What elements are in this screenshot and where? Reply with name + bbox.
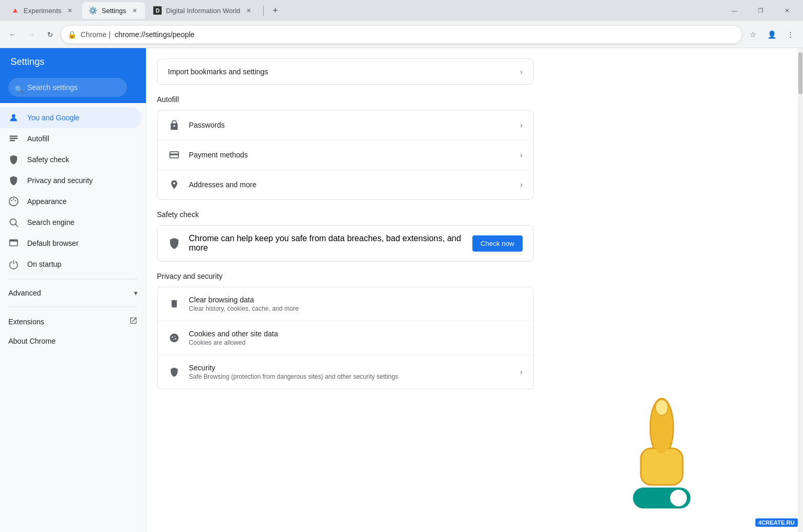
settings-icon: ⚙️: [88, 6, 97, 15]
addresses-item[interactable]: Addresses and more ›: [157, 170, 533, 199]
passwords-item[interactable]: Passwords ›: [157, 110, 533, 140]
payment-methods-text: Payment methods: [189, 151, 512, 159]
experiments-icon: 🔺: [10, 6, 19, 15]
clear-browsing-data-item[interactable]: Clear browsing data Clear history, cooki…: [157, 287, 533, 321]
sidebar-item-safety-check[interactable]: Safety check: [0, 149, 142, 170]
sidebar-about-chrome-label: About Chrome: [8, 337, 55, 345]
security-item[interactable]: Security Safe Browsing (protection from …: [157, 355, 533, 389]
clear-browsing-subtitle: Clear history, cookies, cache, and more: [189, 305, 523, 312]
svg-point-4: [9, 197, 18, 206]
cookies-item[interactable]: Cookies and other site data Cookies are …: [157, 321, 533, 355]
clear-browsing-icon: [168, 298, 180, 310]
refresh-button[interactable]: ↻: [42, 26, 59, 43]
sidebar-item-about-chrome[interactable]: About Chrome: [0, 332, 146, 350]
safety-check-description: Chrome can help keep you safe from data …: [189, 234, 464, 253]
sidebar-item-search-engine[interactable]: Search engine: [0, 212, 142, 233]
sidebar-item-you-and-google[interactable]: You and Google: [0, 107, 142, 128]
main-layout: Settings 🔍 You and Google Autofill: [0, 48, 803, 532]
window-controls: — ❐ ✕: [722, 2, 799, 19]
svg-point-6: [15, 200, 16, 201]
import-bookmarks-text: Import bookmarks and settings: [168, 67, 512, 76]
close-button[interactable]: ✕: [775, 2, 799, 19]
appearance-icon: [8, 196, 19, 207]
svg-point-8: [10, 219, 16, 225]
sidebar-item-search-engine-label: Search engine: [27, 218, 74, 227]
url-bar[interactable]: 🔒 Chrome | chrome://settings/people: [61, 25, 742, 44]
sidebar-item-on-startup[interactable]: On startup: [0, 254, 142, 275]
close-tab-experiments[interactable]: ✕: [65, 6, 74, 15]
sidebar-nav: You and Google Autofill Safety check: [0, 103, 146, 532]
svg-point-24: [670, 490, 687, 506]
scrollbar-thumb[interactable]: [798, 52, 802, 94]
content-area: Import bookmarks and settings › Autofill…: [146, 48, 803, 532]
sidebar-item-autofill[interactable]: Autofill: [0, 128, 142, 149]
default-browser-icon: [8, 238, 19, 248]
tab-experiments[interactable]: 🔺 Experiments ✕: [4, 2, 80, 19]
svg-point-0: [12, 114, 16, 118]
menu-button[interactable]: ⋮: [782, 26, 799, 43]
content-inner: Import bookmarks and settings › Autofill…: [146, 48, 544, 408]
sidebar: Settings 🔍 You and Google Autofill: [0, 48, 146, 532]
import-bookmarks-label: Import bookmarks and settings: [168, 67, 512, 76]
cookies-subtitle: Cookies are allowed: [189, 339, 523, 346]
sidebar-item-privacy-security[interactable]: Privacy and security: [0, 170, 142, 191]
svg-rect-1: [10, 135, 18, 137]
sidebar-item-advanced[interactable]: Advanced ▾: [0, 284, 146, 302]
svg-rect-11: [10, 240, 18, 241]
addresses-text: Addresses and more: [189, 180, 512, 189]
back-button[interactable]: ←: [4, 26, 21, 43]
cookies-text: Cookies and other site data Cookies are …: [189, 330, 523, 346]
profile-button[interactable]: 👤: [763, 26, 780, 43]
forward-button[interactable]: →: [23, 26, 40, 43]
privacy-card: Clear browsing data Clear history, cooki…: [157, 287, 534, 389]
search-settings-input[interactable]: [8, 78, 127, 97]
addresses-label: Addresses and more: [189, 180, 512, 189]
cursor-finger-overlay: [615, 396, 709, 511]
new-tab-button[interactable]: +: [268, 3, 282, 18]
cookies-label: Cookies and other site data: [189, 330, 523, 338]
title-bar: 🔺 Experiments ✕ ⚙️ Settings ✕ D Digital …: [0, 0, 803, 21]
url-prefix: Chrome |: [81, 30, 110, 39]
clear-browsing-text: Clear browsing data Clear history, cooki…: [189, 296, 523, 312]
scrollbar[interactable]: [798, 48, 803, 532]
bookmark-button[interactable]: ☆: [744, 26, 761, 43]
search-settings-icon: 🔍: [15, 85, 24, 94]
tab-digital-info[interactable]: D Digital Information World ✕: [147, 2, 259, 19]
privacy-security-icon: [8, 175, 19, 186]
close-tab-digital-info[interactable]: ✕: [244, 6, 253, 15]
payment-icon: [168, 149, 180, 161]
tab-separator: [263, 5, 264, 16]
sidebar-item-appearance[interactable]: Appearance: [0, 191, 142, 212]
security-subtitle: Safe Browsing (protection from dangerous…: [189, 373, 512, 380]
import-bookmarks-item[interactable]: Import bookmarks and settings ›: [157, 59, 533, 84]
svg-point-5: [11, 200, 13, 201]
svg-point-7: [13, 199, 15, 200]
svg-point-17: [175, 338, 176, 339]
svg-point-15: [172, 336, 173, 338]
addresses-arrow: ›: [520, 180, 523, 189]
payment-methods-item[interactable]: Payment methods ›: [157, 140, 533, 170]
maximize-button[interactable]: ❐: [749, 2, 773, 19]
security-label: Security: [189, 364, 512, 372]
minimize-button[interactable]: —: [722, 2, 747, 19]
svg-rect-3: [10, 140, 15, 142]
sidebar-item-on-startup-label: On startup: [27, 260, 61, 268]
svg-rect-23: [633, 488, 691, 508]
autofill-icon: [8, 133, 19, 144]
svg-line-9: [16, 224, 18, 227]
svg-point-16: [175, 336, 176, 337]
svg-rect-20: [641, 448, 683, 485]
payment-arrow: ›: [520, 151, 523, 159]
close-tab-settings[interactable]: ✕: [130, 6, 139, 15]
clear-browsing-label: Clear browsing data: [189, 296, 523, 304]
cookies-icon: [168, 332, 180, 344]
tab-digital-info-label: Digital Information World: [166, 7, 240, 15]
sidebar-item-extensions[interactable]: Extensions: [0, 311, 146, 332]
sidebar-advanced-label: Advanced: [8, 289, 41, 297]
svg-rect-13: [170, 154, 179, 155]
import-bookmarks-arrow: ›: [520, 67, 523, 76]
check-now-button[interactable]: Check now: [472, 235, 523, 252]
tab-settings[interactable]: ⚙️ Settings ✕: [82, 2, 145, 19]
sidebar-item-default-browser[interactable]: Default browser: [0, 233, 142, 254]
privacy-heading: Privacy and security: [157, 272, 534, 280]
